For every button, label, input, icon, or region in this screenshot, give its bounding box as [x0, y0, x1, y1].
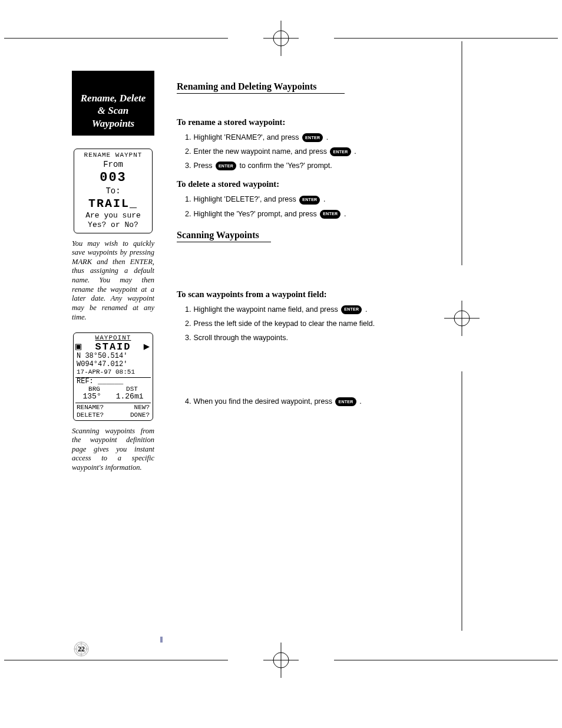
lcd1-to-value: TRAIL_: [75, 196, 151, 211]
lcd1-confirm-l1: Are you sure: [75, 211, 151, 220]
rename-step-2: 2. Enter the new waypoint name, and pres…: [185, 146, 379, 157]
page-number-badge: 22: [73, 641, 90, 657]
lcd-rename-waypoint: RENAME WAYPNT From 003 To: TRAIL_ Are yo…: [74, 149, 153, 233]
chapter-title-box: Rename, Delete & Scan Waypoints: [72, 71, 154, 136]
lcd-waypoint-def: WAYPOINT ▣ STAID ▶ N 38°50.514' W094°47.…: [73, 332, 153, 420]
delete-step-1: 1. Highlight 'DELETE?', and press ENTER …: [185, 194, 379, 205]
scan-step-3: 3. Scroll through the waypoints.: [185, 332, 379, 343]
svg-point-0: [273, 31, 289, 46]
lcd1-from-value: 003: [75, 170, 151, 186]
enter-key-icon: ENTER: [341, 305, 362, 314]
section-rename-delete: Renaming and Deleting Waypoints: [177, 81, 345, 94]
lcd2-brg-value: 135°: [82, 393, 101, 401]
enter-key-icon: ENTER: [216, 162, 236, 170]
lcd2-ref-label: REF:: [77, 377, 94, 386]
lcd2-opt-new: NEW?: [134, 404, 150, 411]
lcd1-to-label: To:: [75, 186, 151, 197]
lcd2-coord-n: N 38°50.514': [75, 353, 151, 360]
enter-key-icon: ENTER: [320, 210, 340, 219]
caption-scan: Scanning waypoints from the waypoint def…: [72, 427, 154, 473]
lcd2-coord-w: W094°47.012': [75, 361, 151, 368]
heading-delete: To delete a stored waypoint:: [177, 179, 480, 189]
page-number: 22: [78, 645, 85, 654]
enter-key-icon: ENTER: [330, 147, 351, 156]
scan-step-4: 4. When you find the desired waypoint, p…: [185, 396, 379, 407]
chapter-title-l2: & Scan: [75, 104, 151, 117]
house-icon: ▣: [75, 341, 82, 353]
lcd1-from-label: From: [75, 160, 151, 170]
heading-rename: To rename a stored waypoint:: [177, 117, 480, 127]
lcd2-date: 17-APR-97 08:51: [75, 368, 151, 377]
chapter-title-l1: Rename, Delete: [75, 92, 151, 104]
heading-scan: To scan waypoints from a waypoint field:: [177, 289, 480, 299]
lcd1-confirm-l2: Yes? or No?: [75, 220, 151, 230]
lcd2-opt-rename: RENAME?: [77, 404, 104, 411]
section-scanning: Scanning Waypoints: [177, 230, 271, 242]
lcd2-opt-delete: DELETE?: [77, 411, 104, 419]
enter-key-icon: ENTER: [335, 397, 356, 406]
caption-rename: You may wish to quickly save waypoints b…: [72, 239, 154, 322]
enter-key-icon: ENTER: [302, 133, 323, 142]
lcd2-ref-value: ______: [98, 377, 123, 386]
flag-icon: ▶: [144, 341, 151, 353]
lcd2-header: WAYPOINT: [75, 334, 151, 341]
gutter-mark: [160, 637, 163, 643]
rename-step-1: 1. Highlight 'RENAME?', and press ENTER …: [185, 132, 379, 143]
lcd2-dst-value: 1.26mi: [116, 393, 144, 401]
rename-step-3: 3. Press ENTER to confirm the 'Yes?' pro…: [185, 160, 379, 171]
delete-step-2: 2. Highlight the 'Yes?' prompt, and pres…: [185, 209, 379, 219]
crop-mark-top: [0, 21, 562, 56]
svg-point-5: [273, 653, 289, 668]
scan-step-2: 2. Press the left side of the keypad to …: [185, 318, 379, 329]
scan-step-1: 1. Highlight the waypoint name field, an…: [185, 304, 379, 315]
chapter-title-l3: Waypoints: [75, 117, 151, 130]
lcd2-opt-done: DONE?: [130, 411, 150, 419]
lcd2-name: STAID: [95, 341, 131, 353]
enter-key-icon: ENTER: [299, 196, 320, 205]
lcd1-header: RENAME WAYPNT: [75, 151, 151, 160]
